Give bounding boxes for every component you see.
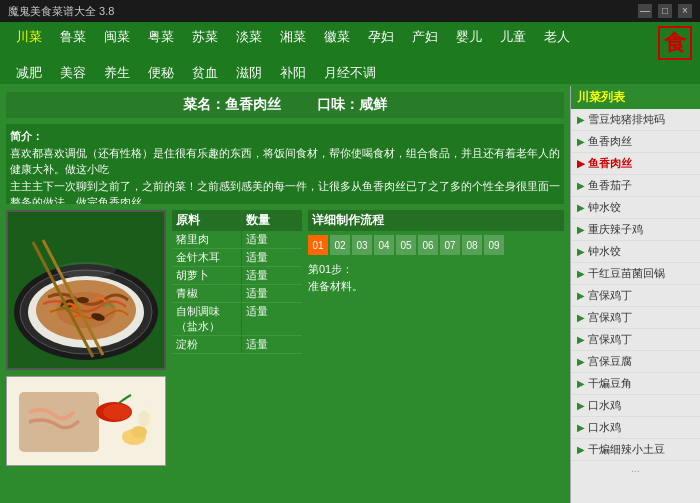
nav-item-yunfu[interactable]: 孕妇 bbox=[360, 26, 402, 60]
steps-section: 详细制作流程 01 02 03 04 05 06 07 08 09 第01步： … bbox=[308, 210, 564, 503]
arrow-icon: ▶ bbox=[577, 312, 585, 323]
step-content: 第01步： 准备材料。 bbox=[308, 261, 564, 294]
nav-item-huicai[interactable]: 徽菜 bbox=[316, 26, 358, 60]
nav-item-mincai[interactable]: 闽菜 bbox=[96, 26, 138, 60]
recipe-taste: 口味：咸鲜 bbox=[317, 96, 387, 112]
arrow-icon: ▶ bbox=[577, 114, 585, 125]
step-01[interactable]: 01 bbox=[308, 235, 328, 255]
nav-item-sucai[interactable]: 苏菜 bbox=[184, 26, 226, 60]
recipe-name: 菜名：鱼香肉丝 bbox=[183, 96, 281, 112]
sidebar-label: 钟水饺 bbox=[588, 244, 621, 259]
sidebar-label: 鱼香肉丝 bbox=[588, 134, 632, 149]
sidebar-item-9[interactable]: ▶ 宫保鸡丁 bbox=[571, 285, 700, 307]
ingredient-row: 胡萝卜 适量 bbox=[172, 267, 302, 285]
nav-item-pinxue[interactable]: 贫血 bbox=[184, 62, 226, 84]
sidebar-label: 宫保鸡丁 bbox=[588, 310, 632, 325]
ingredients-header: 原料 数量 bbox=[172, 210, 302, 231]
sidebar-item-10[interactable]: ▶ 宫保鸡丁 bbox=[571, 307, 700, 329]
step-03[interactable]: 03 bbox=[352, 235, 372, 255]
step-05[interactable]: 05 bbox=[396, 235, 416, 255]
sidebar-item-6[interactable]: ▶ 重庆辣子鸡 bbox=[571, 219, 700, 241]
sidebar-item-8[interactable]: ▶ 干红豆苗菌回锅 bbox=[571, 263, 700, 285]
sidebar-label: 鱼香肉丝 bbox=[588, 156, 632, 171]
main-area: 菜名：鱼香肉丝 口味：咸鲜 简介： 喜欢都喜欢调侃（还有性格）是住很有乐趣的东西… bbox=[0, 86, 700, 503]
sidebar-label: 口水鸡 bbox=[588, 420, 621, 435]
ingredient-row: 自制调味（盐水） 适量 bbox=[172, 303, 302, 336]
sidebar-label: 干红豆苗菌回锅 bbox=[588, 266, 665, 281]
nav-item-laoren[interactable]: 老人 bbox=[536, 26, 578, 60]
arrow-icon: ▶ bbox=[577, 378, 585, 389]
steps-header: 详细制作流程 bbox=[308, 210, 564, 231]
svg-point-10 bbox=[56, 262, 116, 278]
nav-item-chuancai[interactable]: 川菜 bbox=[8, 26, 50, 60]
svg-point-16 bbox=[131, 426, 147, 438]
nav-item-lucai[interactable]: 鲁菜 bbox=[52, 26, 94, 60]
nav-item-buyang[interactable]: 补阳 bbox=[272, 62, 314, 84]
arrow-icon: ▶ bbox=[577, 268, 585, 279]
nav-item-jianfei[interactable]: 减肥 bbox=[8, 62, 50, 84]
right-sidebar: 川菜列表 ▶ 雪豆炖猪排炖码 ▶ 鱼香肉丝 ▶ 鱼香肉丝 ▶ 鱼香茄子 ▶ 钟水… bbox=[570, 86, 700, 503]
sidebar-label: 宫保豆腐 bbox=[588, 354, 632, 369]
step-02[interactable]: 02 bbox=[330, 235, 350, 255]
arrow-icon: ▶ bbox=[577, 290, 585, 301]
window-controls: — □ × bbox=[638, 4, 692, 18]
ingredient-row: 淀粉 适量 bbox=[172, 336, 302, 354]
step-06[interactable]: 06 bbox=[418, 235, 438, 255]
arrow-icon: ▶ bbox=[577, 202, 585, 213]
sidebar-label: 干煸细辣小土豆 bbox=[588, 442, 665, 457]
sidebar-item-13[interactable]: ▶ 干煸豆角 bbox=[571, 373, 700, 395]
step-08[interactable]: 08 bbox=[462, 235, 482, 255]
nav-item-chanfu[interactable]: 产妇 bbox=[404, 26, 446, 60]
arrow-icon: ▶ bbox=[577, 444, 585, 455]
ingredient-col-name: 原料 bbox=[172, 210, 242, 231]
nav-item-dancai[interactable]: 淡菜 bbox=[228, 26, 270, 60]
sidebar-header: 川菜列表 bbox=[571, 86, 700, 109]
sidebar-label: 宫保鸡丁 bbox=[588, 332, 632, 347]
ingredients-section: 原料 数量 猪里肉 适量 金针木耳 适量 胡萝卜 适量 青椒 适量 bbox=[172, 210, 302, 503]
sidebar-item-3[interactable]: ▶ 鱼香肉丝 bbox=[571, 153, 700, 175]
app-logo: 食 bbox=[658, 26, 692, 60]
nav-item-ziyin[interactable]: 滋阴 bbox=[228, 62, 270, 84]
maximize-button[interactable]: □ bbox=[658, 4, 672, 18]
arrow-icon: ▶ bbox=[577, 334, 585, 345]
sidebar-item-4[interactable]: ▶ 鱼香茄子 bbox=[571, 175, 700, 197]
nav-item-ertong[interactable]: 儿童 bbox=[492, 26, 534, 60]
nav-item-yuecai[interactable]: 粤菜 bbox=[140, 26, 182, 60]
step-image bbox=[6, 376, 166, 466]
sidebar-item-12[interactable]: ▶ 宫保豆腐 bbox=[571, 351, 700, 373]
sidebar-label: 鱼香茄子 bbox=[588, 178, 632, 193]
ingredient-row: 金针木耳 适量 bbox=[172, 249, 302, 267]
nav-row-2: 减肥 美容 养生 便秘 贫血 滋阴 补阳 月经不调 bbox=[8, 62, 692, 84]
sidebar-item-7[interactable]: ▶ 钟水饺 bbox=[571, 241, 700, 263]
nav-bar: 川菜 鲁菜 闽菜 粤菜 苏菜 淡菜 湘菜 徽菜 孕妇 产妇 婴儿 儿童 老人 食… bbox=[0, 22, 700, 84]
svg-point-14 bbox=[103, 404, 131, 420]
nav-item-xiangcai[interactable]: 湘菜 bbox=[272, 26, 314, 60]
app-title: 魔鬼美食菜谱大全 3.8 bbox=[8, 4, 114, 19]
nav-item-yinger[interactable]: 婴儿 bbox=[448, 26, 490, 60]
minimize-button[interactable]: — bbox=[638, 4, 652, 18]
recipe-description: 简介： 喜欢都喜欢调侃（还有性格）是住很有乐趣的东西，将饭间食材，帮你使喝食材，… bbox=[6, 124, 564, 204]
arrow-icon: ▶ bbox=[577, 136, 585, 147]
nav-item-bianmi[interactable]: 便秘 bbox=[140, 62, 182, 84]
sidebar-item-14[interactable]: ▶ 口水鸡 bbox=[571, 395, 700, 417]
sidebar-label: 宫保鸡丁 bbox=[588, 288, 632, 303]
nav-item-yuejing[interactable]: 月经不调 bbox=[316, 62, 384, 84]
ingredient-col-qty: 数量 bbox=[242, 210, 302, 231]
step-07[interactable]: 07 bbox=[440, 235, 460, 255]
sidebar-label: 重庆辣子鸡 bbox=[588, 222, 643, 237]
nav-item-meirong[interactable]: 美容 bbox=[52, 62, 94, 84]
sidebar-item-1[interactable]: ▶ 雪豆炖猪排炖码 bbox=[571, 109, 700, 131]
sidebar-item-15[interactable]: ▶ 口水鸡 bbox=[571, 417, 700, 439]
sidebar-item-11[interactable]: ▶ 宫保鸡丁 bbox=[571, 329, 700, 351]
sidebar-item-16[interactable]: ▶ 干煸细辣小土豆 bbox=[571, 439, 700, 461]
step-04[interactable]: 04 bbox=[374, 235, 394, 255]
close-button[interactable]: × bbox=[678, 4, 692, 18]
nav-item-yangsheng[interactable]: 养生 bbox=[96, 62, 138, 84]
sidebar-item-5[interactable]: ▶ 钟水饺 bbox=[571, 197, 700, 219]
arrow-icon: ▶ bbox=[577, 356, 585, 367]
title-bar: 魔鬼美食菜谱大全 3.8 — □ × bbox=[0, 0, 700, 22]
sidebar-item-2[interactable]: ▶ 鱼香肉丝 bbox=[571, 131, 700, 153]
recipe-detail: 原料 数量 猪里肉 适量 金针木耳 适量 胡萝卜 适量 青椒 适量 bbox=[6, 210, 564, 503]
step-09[interactable]: 09 bbox=[484, 235, 504, 255]
sidebar-label: 钟水饺 bbox=[588, 200, 621, 215]
